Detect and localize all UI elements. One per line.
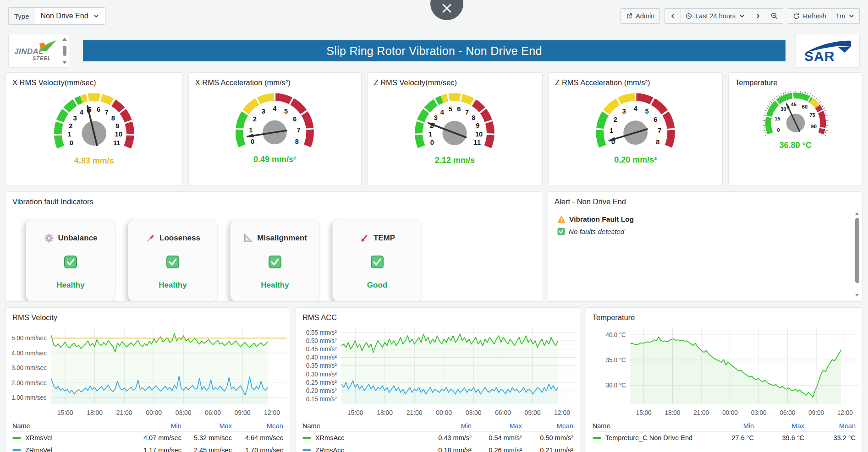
svg-text:21:00: 21:00	[693, 409, 709, 416]
zoom-out-button[interactable]	[766, 9, 783, 23]
scroll-up-icon[interactable]	[62, 38, 67, 41]
gauge-value: 0.20 mm/s²	[614, 155, 657, 165]
refresh-button[interactable]: Refresh	[788, 9, 831, 23]
indicators-alert-row: Vibration fault Indicators Unbalance Hea…	[5, 191, 863, 302]
svg-text:09:00: 09:00	[525, 409, 541, 416]
legend-row[interactable]: ZRmsVel 1.17 mm/sec 2.45 mm/sec 1.70 mm/…	[12, 444, 283, 452]
type-variable-value: Non Drive End	[41, 12, 88, 20]
legend-row[interactable]: ZRmsAcc 0.18 mm/s² 0.26 mm/s² 0.21 mm/s²	[302, 444, 573, 452]
gauge: 0153045607590	[737, 91, 854, 140]
svg-text:30.0 °C: 30.0 °C	[606, 382, 626, 389]
sar-logo: SAR	[802, 39, 853, 63]
chart-legend: Name Min Max Mean XRmsVel 4.07 mm/sec 5.…	[12, 420, 283, 452]
legend-header-max[interactable]: Max	[472, 422, 522, 430]
external-link-icon	[626, 13, 632, 19]
svg-text:3: 3	[262, 108, 265, 115]
svg-text:0.55 mm/s²: 0.55 mm/s²	[306, 329, 337, 336]
gauge-panel-temperature: Temperature 0153045607590 36.80 °C	[728, 72, 863, 186]
legend-header-name[interactable]: Name	[593, 422, 703, 430]
time-range-picker[interactable]: Last 24 hours	[681, 9, 750, 23]
svg-text:7: 7	[658, 127, 661, 134]
scroll-down-icon[interactable]	[855, 294, 859, 297]
indicator-cards: Unbalance Healthy Looseness	[26, 219, 542, 302]
refresh-interval-select[interactable]: 1m	[831, 9, 859, 23]
time-back-button[interactable]	[665, 9, 681, 23]
legend-header-max[interactable]: Max	[181, 422, 232, 430]
gear-icon	[44, 233, 54, 243]
time-forward-button[interactable]	[750, 9, 766, 23]
svg-text:06:00: 06:00	[205, 409, 221, 416]
panel-title: Z RMS Velocity(mm/sec)	[368, 73, 543, 88]
top-toolbar: Type Non Drive End Admin Last 24 hours	[8, 7, 860, 25]
screwdriver-icon	[145, 233, 155, 243]
svg-text:12:00: 12:00	[837, 409, 853, 416]
svg-text:2: 2	[69, 122, 72, 130]
svg-text:1: 1	[249, 126, 253, 134]
indicator-card-looseness: Looseness Healthy	[128, 219, 218, 302]
legend-header-mean[interactable]: Mean	[232, 422, 283, 430]
svg-text:90: 90	[811, 124, 816, 129]
svg-text:7: 7	[465, 109, 469, 116]
refresh-label: Refresh	[803, 12, 826, 20]
gauge: 012345678	[559, 91, 712, 154]
type-variable-select[interactable]: Non Drive End	[35, 8, 105, 24]
svg-text:5: 5	[645, 108, 648, 115]
svg-text:06:00: 06:00	[780, 409, 795, 416]
legend-row[interactable]: XRmsAcc 0.43 mm/s² 0.54 mm/s² 0.50 mm/s²	[302, 431, 573, 444]
refresh-icon	[793, 13, 800, 20]
svg-text:0: 0	[251, 138, 254, 145]
close-button[interactable]	[430, 0, 463, 20]
temperature-chart[interactable]: 30.0 °C35.0 °C40.0 °C15:0018:0021:0000:0…	[586, 323, 862, 420]
scroll-down-icon[interactable]	[62, 61, 67, 64]
indicator-card-misalignment: Misalignment Healthy	[230, 219, 320, 302]
legend-row[interactable]: XRmsVel 4.07 mm/sec 5.32 mm/sec 4.64 mm/…	[12, 431, 283, 444]
svg-text:2.00 mm/sec: 2.00 mm/sec	[11, 380, 47, 387]
svg-text:4.00 mm/sec: 4.00 mm/sec	[11, 349, 47, 356]
legend-header-mean[interactable]: Mean	[522, 422, 573, 430]
gauge-panel-z-rms-acceleration: Z RMS Acceleration (mm/s²) 012345678 0.2…	[548, 72, 723, 186]
dashboard-title-banner: Slip Ring Rotor Vibration - Non Drive En…	[83, 40, 786, 61]
gauge: 012345678	[199, 91, 351, 154]
admin-button[interactable]: Admin	[621, 8, 660, 24]
rms-velocity-chart[interactable]: 1.00 mm/sec2.00 mm/sec3.00 mm/sec4.00 mm…	[6, 323, 290, 420]
legend-header-min[interactable]: Min	[131, 422, 181, 430]
chart-legend: Name Min Max Mean Tempreture_C Non Drive…	[593, 420, 856, 444]
scrollbar-thumb[interactable]	[855, 218, 859, 283]
svg-text:60: 60	[802, 104, 807, 109]
svg-text:7: 7	[297, 126, 301, 134]
type-variable-control: Type Non Drive End	[8, 7, 105, 25]
clock-icon	[686, 13, 692, 19]
indicator-status: Healthy	[56, 281, 84, 290]
svg-text:00:00: 00:00	[146, 409, 162, 416]
logo-panel-scrollbar[interactable]	[62, 38, 67, 64]
legend-header-min[interactable]: Min	[421, 422, 472, 430]
indicator-label: Unbalance	[58, 234, 98, 243]
jindal-steel-logo: JINDAL STEEL	[13, 39, 57, 62]
legend-header-mean[interactable]: Mean	[804, 422, 856, 430]
scrollbar-thumb[interactable]	[63, 46, 66, 56]
legend-header-name[interactable]: Name	[302, 422, 421, 430]
rms-acc-chart[interactable]: 0.15 mm/s²0.20 mm/s²0.25 mm/s²0.30 mm/s²…	[296, 323, 580, 420]
refresh-group: Refresh 1m	[788, 8, 860, 24]
legend-header-max[interactable]: Max	[754, 422, 804, 430]
indicator-card-unbalance: Unbalance Healthy	[26, 219, 115, 302]
svg-text:75: 75	[809, 112, 815, 118]
sar-logo-panel: SAR	[796, 34, 860, 68]
alert-scrollbar[interactable]	[854, 212, 860, 297]
jindal-steel-logo-panel: JINDAL STEEL	[8, 34, 69, 68]
series-swatch	[12, 449, 21, 451]
zoom-out-icon	[771, 12, 778, 20]
svg-text:11: 11	[474, 139, 481, 146]
type-variable-label: Type	[9, 8, 35, 24]
svg-text:21:00: 21:00	[407, 409, 423, 416]
svg-text:8: 8	[295, 138, 299, 145]
legend-header-min[interactable]: Min	[703, 422, 754, 430]
scroll-up-icon[interactable]	[855, 212, 859, 215]
legend-header-name[interactable]: Name	[12, 422, 131, 430]
gauges-row: X RMS Velocity(mm/sec) 01234567891011 4.…	[5, 72, 863, 186]
svg-text:0.25 mm/s²: 0.25 mm/s²	[306, 379, 337, 386]
gauge: 01234567891011	[378, 91, 532, 155]
checkbox-checked-icon	[64, 255, 77, 269]
series-swatch	[12, 437, 21, 439]
legend-row[interactable]: Tempreture_C Non Drive End 27.6 °C 39.6 …	[593, 431, 856, 444]
